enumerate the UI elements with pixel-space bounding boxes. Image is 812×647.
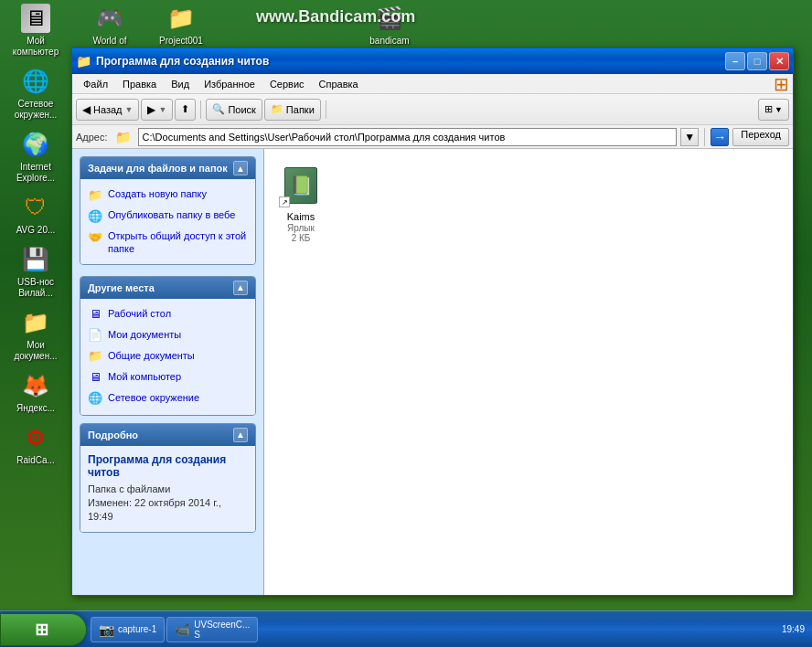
publish-web-link[interactable]: 🌐 Опубликовать папку в вебе: [84, 206, 251, 227]
toolbar-separator-2: [326, 101, 326, 119]
address-label: Адрес:: [76, 132, 108, 143]
up-icon: ⬆: [181, 103, 189, 115]
menu-help[interactable]: Справка: [312, 77, 366, 91]
network-link-icon: 🌐: [88, 392, 102, 407]
other-places-header[interactable]: Другие места ▲: [80, 277, 255, 299]
address-dropdown-button[interactable]: ▼: [680, 128, 699, 146]
taskbar-item-capture[interactable]: 📷 capture-1: [91, 617, 165, 642]
maximize-button[interactable]: □: [747, 52, 767, 70]
clock: 19:49: [782, 624, 805, 634]
window-title: Программа для создания читов: [96, 55, 725, 68]
wot-icon: 🎮: [95, 4, 124, 33]
my-docs-link[interactable]: 📄 Мои документы: [84, 325, 251, 346]
taskbar: ⊞ 📷 capture-1 📹 UVScreenC...S 19:49: [0, 610, 812, 647]
desktop-icon-usb[interactable]: USB-носВилай...: [4, 241, 68, 302]
desktop-icon-ie[interactable]: InternetExplore...: [4, 126, 68, 187]
go-arrow-button[interactable]: →: [710, 128, 729, 146]
desktop-link[interactable]: 🖥 Рабочий стол: [84, 304, 251, 325]
address-separator: [704, 128, 705, 146]
desktop-link-icon: 🖥: [88, 308, 102, 323]
desktop-icon-avg[interactable]: AVG 20...: [4, 189, 68, 239]
details-body: Программа для создания читов Папка с фай…: [80, 446, 255, 532]
bandicam-icon: 🎬: [375, 4, 404, 33]
desktop-icon-network[interactable]: Сетевоеокружен...: [4, 63, 68, 124]
file-name-kaims: Kaims: [287, 211, 315, 223]
menu-service[interactable]: Сервис: [262, 77, 312, 91]
yandex-icon: [21, 371, 50, 400]
address-bar: Адрес: 📁 ▼ → Переход: [72, 125, 793, 149]
create-folder-icon: 📁: [88, 188, 102, 203]
desktop-icon-raid[interactable]: RaidCa...: [4, 419, 68, 470]
network-link[interactable]: 🌐 Сетевое окружение: [84, 388, 251, 409]
start-windows-icon: ⊞: [35, 620, 48, 640]
details-modified: Изменен: 22 октября 2014 г., 19:49: [88, 496, 248, 525]
search-button[interactable]: 🔍 Поиск: [206, 99, 262, 121]
title-bar[interactable]: 📁 Программа для создания читов – □ ✕: [72, 48, 793, 74]
my-computer-link[interactable]: 🖥 Мой компьютер: [84, 367, 251, 388]
menu-file[interactable]: Файл: [76, 77, 115, 91]
share-icon: 🤝: [88, 230, 102, 245]
back-button[interactable]: ◀ Назад ▼: [76, 99, 139, 121]
up-button[interactable]: ⬆: [175, 99, 196, 121]
minimize-button[interactable]: –: [725, 52, 745, 70]
icon-label-ie: InternetExplore...: [16, 162, 55, 184]
file-item-kaims[interactable]: 📗 ↗ Kaims Ярлык 2 КБ: [275, 160, 358, 247]
views-dropdown-icon: ▼: [775, 105, 783, 114]
details-collapse-btn[interactable]: ▲: [233, 428, 248, 442]
my-docs-link-icon: 📄: [88, 329, 102, 344]
back-arrow-icon: ◀: [82, 103, 91, 116]
menu-edit[interactable]: Правка: [115, 77, 164, 91]
windows-logo: ⊞: [774, 73, 789, 95]
search-icon: 🔍: [212, 103, 225, 115]
close-button[interactable]: ✕: [769, 52, 789, 70]
file-tasks-header[interactable]: Задачи для файлов и папок ▲: [80, 157, 255, 179]
toolbar-separator-1: [200, 101, 201, 119]
taskbar-item-uvscreen[interactable]: 📹 UVScreenC...S: [166, 617, 258, 642]
desktop-icon-my-computer[interactable]: Мойкомпьютер: [4, 0, 68, 61]
file-tasks-section: Задачи для файлов и папок ▲ 📁 Создать но…: [80, 156, 256, 265]
menu-bar: Файл Правка Вид Избранное Сервис Справка…: [72, 74, 793, 94]
forward-arrow-icon: ▶: [147, 103, 155, 116]
taskbar-items: 📷 capture-1 📹 UVScreenC...S: [91, 611, 782, 647]
icon-label-raid: RaidCa...: [16, 455, 55, 466]
start-button[interactable]: ⊞: [0, 613, 87, 646]
other-places-title: Другие места: [88, 282, 233, 293]
share-link[interactable]: 🤝 Открыть общий доступ к этой папке: [84, 227, 251, 259]
file-tasks-body: 📁 Создать новую папку 🌐 Опубликовать пап…: [80, 179, 255, 264]
menu-favorites[interactable]: Избранное: [197, 77, 262, 91]
desktop-icon-my-docs[interactable]: Моидокумен...: [4, 304, 68, 366]
content-area[interactable]: 📗 ↗ Kaims Ярлык 2 КБ: [264, 149, 793, 595]
folders-button[interactable]: 📁 Папки: [264, 99, 321, 121]
avg-icon: [21, 193, 50, 222]
window-controls: – □ ✕: [725, 52, 789, 70]
file-tasks-collapse-btn[interactable]: ▲: [233, 161, 248, 175]
address-input-wrapper: [138, 128, 678, 146]
other-places-section: Другие места ▲ 🖥 Рабочий стол 📄 Мои доку…: [80, 276, 256, 416]
system-tray: 19:49: [782, 624, 812, 634]
my-docs-icon: [21, 308, 50, 337]
address-input[interactable]: [143, 132, 673, 143]
main-area: Задачи для файлов и папок ▲ 📁 Создать но…: [72, 149, 793, 595]
other-places-collapse-btn[interactable]: ▲: [233, 281, 248, 295]
file-type-kaims: Ярлык: [287, 223, 315, 233]
shared-docs-link[interactable]: 📁 Общие документы: [84, 346, 251, 367]
desktop: www.Bandicam.com Мойкомпьютер Сетевоеокр…: [0, 0, 812, 647]
details-section: Подробно ▲ Программа для создания читов …: [80, 423, 256, 533]
go-button[interactable]: Переход: [732, 128, 789, 146]
menu-view[interactable]: Вид: [164, 77, 197, 91]
capture-icon: 📷: [99, 622, 114, 637]
details-header[interactable]: Подробно ▲: [80, 424, 255, 446]
create-folder-link[interactable]: 📁 Создать новую папку: [84, 185, 251, 206]
back-dropdown-icon: ▼: [125, 105, 134, 114]
window-icon: 📁: [76, 54, 91, 69]
project-icon: 📁: [166, 4, 196, 33]
forward-button[interactable]: ▶ ▼: [141, 99, 173, 121]
details-title: Подробно: [88, 430, 233, 440]
views-button[interactable]: ⊞ ▼: [758, 99, 789, 121]
my-computer-link-icon: 🖥: [88, 371, 102, 386]
folders-icon: 📁: [271, 103, 283, 115]
desktop-icon-yandex[interactable]: Яндекс...: [4, 367, 68, 418]
file-icon-wrapper: 📗 ↗: [279, 164, 323, 207]
explorer-window: 📁 Программа для создания читов – □ ✕ Фай…: [71, 48, 794, 596]
uvscreen-label: UVScreenC...S: [194, 620, 250, 640]
